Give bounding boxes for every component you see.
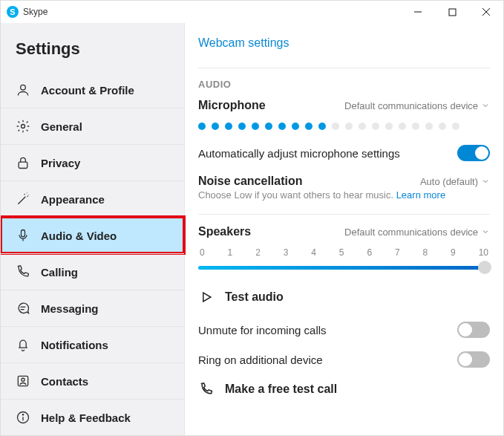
- tick-label: 7: [395, 247, 400, 258]
- tick-label: 10: [479, 247, 488, 258]
- ring-additional-toggle[interactable]: [457, 351, 490, 368]
- meter-dot: [332, 123, 339, 130]
- contacts-icon: [16, 374, 30, 388]
- microphone-row: Microphone Default communications device: [198, 99, 490, 112]
- speaker-volume-ticks: 012345678910: [198, 247, 490, 258]
- ring-additional-row: Ring on additional device: [198, 351, 490, 368]
- meter-dot: [212, 123, 219, 130]
- webcam-settings-link[interactable]: Webcam settings: [198, 36, 289, 50]
- bell-icon: [16, 337, 30, 352]
- titlebar: S Skype: [1, 1, 503, 23]
- sidebar-item-notifications[interactable]: Notifications: [1, 326, 184, 362]
- noise-subtitle: Choose Low if you want others to hear mu…: [198, 189, 490, 201]
- svg-point-5: [22, 125, 25, 128]
- chevron-down-icon: [481, 101, 490, 110]
- sidebar-item-contacts[interactable]: Contacts: [1, 362, 184, 399]
- minimize-icon: [413, 7, 422, 16]
- svg-point-4: [21, 85, 26, 90]
- sidebar-item-label: Privacy: [41, 157, 80, 169]
- unmute-toggle[interactable]: [457, 322, 490, 338]
- play-icon: [198, 289, 215, 305]
- titlebar-controls: [401, 1, 503, 23]
- meter-dot: [425, 123, 433, 130]
- noise-cancellation-block: Noise cancellation Auto (default) Choose…: [198, 175, 490, 201]
- meter-dot: [198, 123, 206, 130]
- test-audio-button[interactable]: Test audio: [198, 289, 490, 305]
- microphone-title: Microphone: [198, 99, 266, 112]
- tick-label: 8: [423, 247, 428, 258]
- tick-label: 6: [367, 247, 372, 258]
- sidebar-item-messaging[interactable]: Messaging: [1, 290, 184, 326]
- meter-dot: [318, 123, 326, 130]
- slider-track: [198, 266, 490, 270]
- svg-rect-7: [22, 230, 25, 237]
- speaker-volume-slider[interactable]: [198, 261, 490, 274]
- meter-dot: [305, 123, 312, 130]
- sidebar-item-label: Messaging: [41, 302, 99, 315]
- meter-dot: [252, 123, 259, 130]
- maximize-button[interactable]: [435, 1, 469, 23]
- free-test-call-button[interactable]: Make a free test call: [198, 381, 490, 397]
- tick-label: 9: [451, 247, 456, 258]
- sidebar-item-appearance[interactable]: Appearance: [1, 180, 184, 217]
- sidebar: Settings Account & Profile General: [1, 23, 185, 435]
- svg-marker-15: [203, 293, 211, 302]
- sidebar-item-general[interactable]: General: [1, 108, 184, 144]
- svg-rect-1: [449, 9, 456, 16]
- meter-dot: [399, 123, 406, 130]
- slider-thumb[interactable]: [478, 261, 491, 274]
- svg-point-11: [22, 378, 24, 381]
- sidebar-item-label: Contacts: [41, 375, 88, 388]
- chevron-down-icon: [481, 177, 490, 186]
- audio-section-label: AUDIO: [198, 79, 490, 90]
- meter-dot: [278, 123, 286, 130]
- sidebar-item-label: Help & Feedback: [41, 411, 131, 424]
- sidebar-item-label: General: [41, 120, 82, 133]
- titlebar-left: S Skype: [7, 6, 48, 18]
- content-pane: Webcam settings AUDIO Microphone Default…: [185, 23, 503, 435]
- unmute-label: Unmute for incoming calls: [198, 324, 327, 336]
- sidebar-nav: Account & Profile General Privacy: [1, 72, 184, 435]
- speakers-device-value: Default communications device: [344, 227, 478, 238]
- noise-learn-more-link[interactable]: Learn more: [396, 189, 445, 201]
- sidebar-item-privacy[interactable]: Privacy: [1, 144, 184, 180]
- minimize-button[interactable]: [401, 1, 435, 23]
- gear-icon: [16, 119, 30, 134]
- info-icon: [16, 410, 30, 425]
- speakers-device-dropdown[interactable]: Default communications device: [344, 227, 490, 238]
- ring-additional-label: Ring on additional device: [198, 354, 323, 366]
- close-icon: [482, 7, 491, 16]
- noise-value: Auto (default): [420, 176, 478, 187]
- body: Settings Account & Profile General: [1, 23, 503, 435]
- noise-dropdown[interactable]: Auto (default): [420, 176, 490, 187]
- tick-label: 1: [228, 247, 233, 258]
- tick-label: 2: [255, 247, 261, 258]
- meter-dot: [345, 123, 353, 130]
- microphone-device-dropdown[interactable]: Default communications device: [344, 100, 490, 111]
- sidebar-item-account-profile[interactable]: Account & Profile: [1, 72, 184, 108]
- sidebar-item-calling[interactable]: Calling: [1, 253, 184, 290]
- chat-icon: [16, 301, 30, 316]
- divider: [198, 68, 490, 68]
- sidebar-item-audio-video[interactable]: Audio & Video: [1, 217, 184, 253]
- speakers-title: Speakers: [198, 225, 251, 238]
- svg-rect-6: [19, 162, 27, 168]
- microphone-level-meter: [198, 123, 490, 130]
- meter-dot: [238, 123, 246, 130]
- meter-dot: [265, 123, 272, 130]
- svg-point-14: [22, 414, 23, 415]
- phone-icon: [16, 264, 30, 279]
- speaker-volume-slider-wrap: 012345678910: [198, 247, 490, 274]
- auto-adjust-toggle[interactable]: [457, 145, 490, 161]
- meter-dot: [439, 123, 446, 130]
- close-button[interactable]: [469, 1, 503, 23]
- sidebar-item-label: Notifications: [41, 339, 108, 351]
- sidebar-item-help-feedback[interactable]: Help & Feedback: [1, 399, 184, 435]
- person-icon: [16, 82, 30, 97]
- tick-label: 4: [311, 247, 316, 258]
- skype-settings-window: S Skype Settings Account & Pro: [0, 0, 504, 436]
- chevron-down-icon: [481, 227, 490, 236]
- divider: [198, 214, 490, 215]
- meter-dot: [292, 123, 299, 130]
- window-title: Skype: [23, 7, 48, 17]
